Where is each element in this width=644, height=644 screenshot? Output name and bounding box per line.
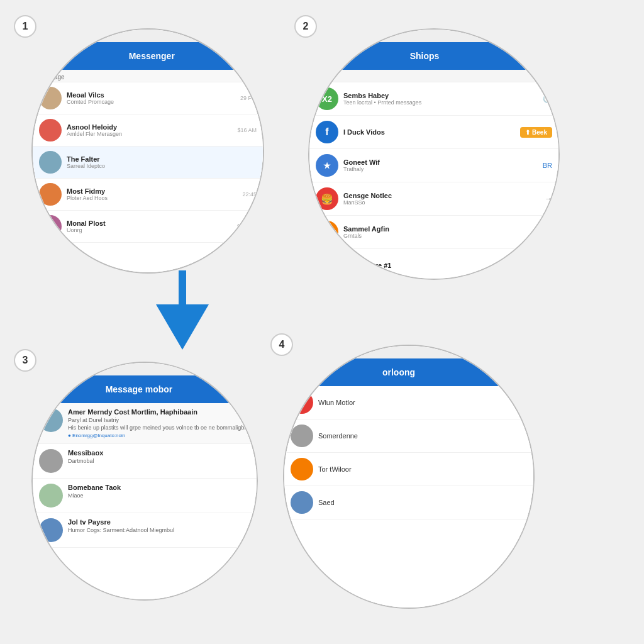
- avatar: [39, 183, 62, 206]
- power-icon[interactable]: ⏻: [225, 384, 235, 395]
- msg-preview: Sarreal Ideptco: [67, 163, 254, 169]
- shops-item[interactable]: 🍔 Gensge Notlec ManSSo →: [309, 182, 558, 216]
- message-item[interactable]: Asnool Heloidy Amldel Fler Merasgen $16 …: [33, 114, 263, 147]
- shops-item[interactable]: ★ Goneet Wif Trathaly BR: [309, 149, 558, 182]
- screen3-title: Message mobor: [53, 384, 225, 394]
- svg-point-1: [516, 366, 523, 372]
- contacts-item[interactable]: Tor tWiloor: [284, 453, 533, 486]
- shops-item[interactable]: 🍊 Sammel Agfin Grntals ♡: [309, 216, 558, 249]
- book-button[interactable]: ⬆ Beek: [520, 127, 552, 138]
- br-icon[interactable]: BR: [543, 162, 552, 169]
- msg3-name: Jol tv Paysre: [68, 518, 250, 526]
- message-item[interactable]: The Falter Sarreal Ideptco: [33, 147, 263, 179]
- msg3-item[interactable]: Bomebane Taok Miaoe: [33, 479, 257, 513]
- msg-preview: Amldel Fler Merasgen: [67, 131, 235, 137]
- msg-name: Most Fidmy: [67, 187, 240, 195]
- screen2-phone: 11:35 AM 📶 🔋 ← Shiops 🔔 🏠 Foldor: X2 Sem…: [309, 30, 558, 279]
- screen1-title: Messenger: [61, 51, 243, 61]
- back-arrow-icon-4[interactable]: ←: [291, 367, 301, 378]
- avatar: [39, 408, 63, 432]
- close-icon[interactable]: ×: [548, 261, 552, 270]
- shops-sub: Grntals: [343, 233, 545, 239]
- screen4-circle: 11:44 📶 🔋 ← orloong 🔍 Wlun Motlor 11:44 …: [283, 345, 535, 609]
- shops-item[interactable]: f I Duck Vidos ⬆ Beek: [309, 116, 558, 149]
- user-icon[interactable]: [512, 364, 527, 381]
- shops-name: Sammel Agfin: [343, 225, 545, 233]
- shops-name: Goneet Wif: [343, 158, 543, 166]
- msg3-text: Humor Cogs: Sarment:Adatnool Miegmbul: [68, 527, 250, 535]
- back-arrow-icon-3[interactable]: ←: [39, 384, 49, 395]
- contact-avatar: [291, 458, 313, 480]
- contact-avatar: [291, 491, 313, 514]
- msg3-item[interactable]: Messibaox Dartmobal: [33, 444, 257, 479]
- contact-name: Wlun Motlor: [318, 399, 513, 406]
- shops-sub: ManSSo: [343, 199, 545, 206]
- msg-preview: Comted Promcage: [67, 99, 238, 105]
- avatar: [39, 484, 63, 508]
- avatar: [39, 87, 62, 109]
- screen4-nav-bar: ← orloong 🔍: [284, 358, 533, 386]
- avatar: [39, 449, 63, 473]
- msg-time: 22:45: [242, 191, 257, 197]
- shops-name: Gensge Notlec: [343, 192, 545, 199]
- heart-icon[interactable]: ♡: [545, 228, 552, 236]
- shops-name: I Duck Vidos: [343, 128, 520, 136]
- screen2-circle: 11:35 AM 📶 🔋 ← Shiops 🔔 🏠 Foldor: X2 Sem…: [308, 28, 560, 280]
- bell-icon[interactable]: 🔔: [243, 49, 257, 63]
- contact-avatar: [291, 425, 313, 447]
- shops-sub: Teen locrtal • Prnted messages: [343, 99, 543, 106]
- screen3-phone: 1:32 AM 📶 🔋 ← Message mobor ⏻ ⋮ Amer Mer…: [33, 363, 257, 599]
- shops-icon-star: ★: [316, 154, 338, 177]
- back-arrow-icon-2[interactable]: ←: [316, 50, 326, 62]
- contact-name: Tor tWiloor: [318, 465, 527, 473]
- avatar: [39, 518, 63, 542]
- search-icon[interactable]: 🔍: [493, 365, 507, 379]
- screen1-nav-bar: ‹ Appr Messenger 🔔: [33, 42, 263, 70]
- arrow-right-icon[interactable]: →: [545, 194, 552, 203]
- flow-arrow: [145, 270, 220, 352]
- shops-icon-generic: #: [316, 254, 338, 277]
- contacts-item[interactable]: Somerdenne: [284, 419, 533, 453]
- msg-name: The Falter: [67, 155, 254, 163]
- message-item[interactable]: Meoal Vilcs Comted Promcage 29 PM: [33, 82, 263, 114]
- screen2-title: Shiops: [330, 51, 519, 61]
- message-item[interactable]: Monal Plost Uonrg $33 KM: [33, 211, 263, 243]
- message-item[interactable]: Most Fidmy Ploter Aed Hoos 22:45: [33, 179, 263, 211]
- contacts-item[interactable]: Wlun Motlor 11:44: [284, 386, 533, 419]
- msg-name: Meoal Vilcs: [67, 91, 238, 99]
- msg3-name: Messibaox: [68, 449, 250, 457]
- shops-sub: Trathaly: [343, 166, 543, 172]
- msg-time: $16 AM: [237, 127, 257, 133]
- shops-item[interactable]: X2 Sembs Habey Teen locrtal • Prnted mes…: [309, 82, 558, 116]
- home-icon[interactable]: 🏠: [538, 49, 552, 63]
- step-badge-4: 4: [270, 333, 293, 356]
- shops-icon: X2: [316, 87, 338, 110]
- step-badge-3: 3: [14, 349, 36, 372]
- section-header-message: Message: [33, 70, 263, 82]
- screen3-status-bar: 1:32 AM 📶 🔋: [33, 363, 257, 375]
- shops-icon-food: 🍔: [316, 187, 338, 210]
- screen3-nav-bar: ← Message mobor ⏻ ⋮: [33, 375, 257, 403]
- step-badge-1: 1: [14, 15, 36, 38]
- shops-item[interactable]: # Gomeghere #1 ×: [309, 249, 558, 279]
- msg3-text: Miaoe: [68, 492, 250, 500]
- more-icon[interactable]: ⋮: [240, 384, 250, 396]
- msg3-item[interactable]: Jol tv Paysre Humor Cogs: Sarment:Adatno…: [33, 513, 257, 548]
- clock-icon[interactable]: 🕐: [543, 94, 552, 103]
- back-arrow-icon[interactable]: ‹: [39, 50, 42, 62]
- contact-avatar: [291, 391, 313, 414]
- message-list-3: Amer Merndy Cost Mortlim, Haphibaain Par…: [33, 403, 257, 599]
- screen4-title: orloong: [304, 367, 493, 377]
- msg-preview: Ploter Aed Hoos: [67, 195, 240, 201]
- screen2-status-bar: 11:35 AM 📶 🔋: [309, 30, 558, 42]
- contact-time: 11:44: [513, 399, 527, 406]
- shops-icon-fb: f: [316, 121, 338, 143]
- contact-name: Somerdenne: [318, 432, 527, 440]
- contacts-item[interactable]: Saed: [284, 486, 533, 519]
- msg3-name: Bomebane Taok: [68, 484, 250, 491]
- msg-preview: Uonrg: [67, 227, 235, 233]
- bell-icon-2[interactable]: 🔔: [519, 49, 533, 63]
- msg3-item[interactable]: Amer Merndy Cost Mortlim, Haphibaain Par…: [33, 403, 257, 444]
- shops-list: X2 Sembs Habey Teen locrtal • Prnted mes…: [309, 82, 558, 279]
- msg-name: Asnool Heloidy: [67, 123, 235, 131]
